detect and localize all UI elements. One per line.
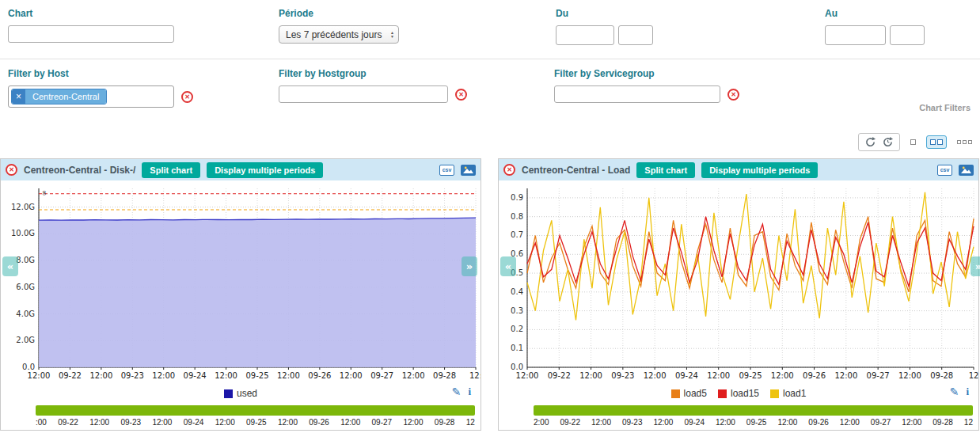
chart-actions: ✎ i	[452, 386, 471, 398]
legend: used	[224, 388, 257, 399]
chart-zone: 0.02.0G4.0G6.0G8.0G10.0G12.0G12:0009-221…	[1, 180, 481, 383]
svg-text:12.0G: 12.0G	[11, 203, 35, 211]
hostgroup-filter-group: Filter by Hostgroup ✕	[279, 68, 467, 103]
edit-icon[interactable]: ✎	[452, 386, 462, 398]
mini-axis-label: 12:00	[653, 418, 673, 427]
mini-axis-label: 12:00	[840, 418, 860, 427]
hostgroup-filter-input[interactable]	[279, 85, 448, 103]
scroll-period-right-button[interactable]: »	[971, 256, 980, 276]
mini-axis-label: 09-25	[246, 418, 267, 427]
host-tag-label: Centreon-Central	[25, 89, 106, 104]
svg-text:09-25: 09-25	[245, 371, 268, 380]
chart-filter-label: Chart	[8, 8, 174, 19]
display-multiple-periods-button[interactable]: Display multiple periods	[701, 162, 818, 178]
refresh-icon[interactable]	[864, 136, 876, 148]
mini-axis-label: 12:00	[716, 418, 735, 427]
mini-axis-label: 12:00	[278, 418, 298, 427]
svg-text:12: 12	[969, 371, 978, 380]
legend-label: load1	[783, 388, 806, 399]
mini-axis-label: 09-25	[746, 418, 767, 427]
chart-title: Centreon-Central - Disk-/	[24, 165, 135, 176]
clear-host-filter-icon[interactable]: ✕	[181, 91, 193, 103]
disk-usage-chart[interactable]: 0.02.0G4.0G6.0G8.0G10.0G12.0G12:0009-221…	[1, 180, 481, 383]
chart-title: Centreon-Central - Load	[522, 165, 630, 176]
svg-text:09-26: 09-26	[308, 371, 331, 380]
display-multiple-periods-button[interactable]: Display multiple periods	[207, 162, 323, 178]
from-date-input[interactable]	[556, 25, 614, 45]
export-image-icon[interactable]	[461, 165, 476, 176]
host-filter-input[interactable]: × Centreon-Central	[8, 85, 174, 108]
svg-text:2.0G: 2.0G	[16, 336, 35, 344]
scroll-period-right-button[interactable]: »	[462, 256, 477, 276]
timeline-mini: :0009-2212:0009-2312:0009-2412:0009-2512…	[36, 405, 475, 427]
filters-divider	[0, 59, 980, 59]
export-image-icon[interactable]	[959, 165, 974, 176]
from-time-input[interactable]	[618, 25, 653, 45]
legend-label: load5	[684, 388, 707, 399]
legend-item[interactable]: load1	[770, 388, 806, 399]
svg-text:12:00: 12:00	[215, 371, 237, 380]
svg-text:8.0G: 8.0G	[16, 256, 35, 264]
split-chart-button[interactable]: Split chart	[142, 162, 200, 178]
mini-axis-label: 09-28	[435, 418, 455, 427]
clear-servicegroup-filter-icon[interactable]: ✕	[727, 89, 739, 101]
scroll-period-left-button[interactable]: «	[500, 256, 516, 276]
legend-label: used	[237, 388, 257, 399]
svg-text:12:00: 12:00	[152, 371, 175, 380]
to-date-label: Au	[825, 8, 925, 19]
svg-text:∞: ∞	[40, 190, 48, 196]
info-icon[interactable]: i	[966, 386, 969, 398]
scroll-period-left-button[interactable]: «	[2, 256, 18, 276]
legend-row: used ✎ i	[1, 383, 481, 404]
mini-axis-label: 12:00	[777, 418, 797, 427]
mini-axis-label: 09-23	[121, 418, 142, 427]
svg-text:12:00: 12:00	[771, 371, 794, 380]
charts-grid: ✕ Centreon-Central - Disk-/ Split chart …	[0, 158, 980, 431]
edit-icon[interactable]: ✎	[950, 386, 959, 398]
svg-text:09-27: 09-27	[867, 371, 890, 380]
to-time-input[interactable]	[890, 25, 925, 45]
close-chart-icon[interactable]: ✕	[503, 164, 515, 176]
layout-one-column-icon[interactable]	[907, 136, 919, 148]
mini-axis-label: 12:00	[89, 418, 109, 427]
info-icon[interactable]: i	[468, 386, 471, 398]
timeline-brush[interactable]	[534, 405, 973, 416]
layout-two-columns-icon[interactable]	[926, 135, 947, 149]
panel-header: ✕ Centreon-Central - Load Split chart Di…	[499, 159, 978, 180]
period-select[interactable]: Les 7 précédents jours ▲▼	[279, 25, 399, 44]
legend-item[interactable]: used	[224, 388, 257, 399]
svg-text:12:00: 12:00	[340, 371, 363, 380]
servicegroup-filter-input[interactable]	[554, 85, 720, 103]
svg-text:09-28: 09-28	[433, 371, 456, 380]
chart-filter-group: Chart	[8, 8, 174, 43]
mini-axis-label: 12:00	[215, 418, 235, 427]
timeline-mini: 2:0009-2212:0009-2312:0009-2412:0009-251…	[534, 405, 973, 427]
layout-three-columns-icon[interactable]	[954, 137, 975, 147]
to-date-input[interactable]	[825, 25, 886, 45]
export-csv-icon[interactable]: csv	[439, 165, 454, 176]
clear-hostgroup-filter-icon[interactable]: ✕	[455, 89, 467, 101]
host-filter-group: Filter by Host × Centreon-Central ✕	[8, 68, 193, 108]
svg-text:12:00: 12:00	[28, 371, 51, 380]
mini-axis-label: 09-27	[871, 418, 891, 427]
mini-axis-label: 12:00	[591, 418, 611, 427]
svg-text:09-24: 09-24	[184, 371, 207, 380]
legend-item[interactable]: load15	[718, 388, 759, 399]
mini-axis-label: 09-26	[808, 418, 829, 427]
legend-swatch	[770, 389, 779, 398]
auto-refresh-icon[interactable]	[882, 136, 894, 148]
load-chart[interactable]: 0.00.10.20.30.40.50.60.70.80.912:0009-22…	[499, 180, 978, 383]
panel-header: ✕ Centreon-Central - Disk-/ Split chart …	[1, 159, 481, 180]
timeline-brush[interactable]	[36, 405, 475, 416]
export-csv-icon[interactable]: csv	[937, 165, 952, 176]
svg-text:6.0G: 6.0G	[16, 283, 35, 291]
svg-text:0.3: 0.3	[511, 306, 523, 315]
close-chart-icon[interactable]: ✕	[6, 164, 17, 176]
display-toolbar	[0, 125, 980, 158]
legend-item[interactable]: load5	[671, 388, 707, 399]
svg-text:12:00: 12:00	[516, 371, 539, 380]
chart-search-input[interactable]	[8, 25, 174, 43]
split-chart-button[interactable]: Split chart	[636, 162, 695, 178]
chart-zone: 0.00.10.20.30.40.50.60.70.80.912:0009-22…	[499, 180, 978, 383]
remove-host-tag-icon[interactable]: ×	[12, 89, 25, 104]
